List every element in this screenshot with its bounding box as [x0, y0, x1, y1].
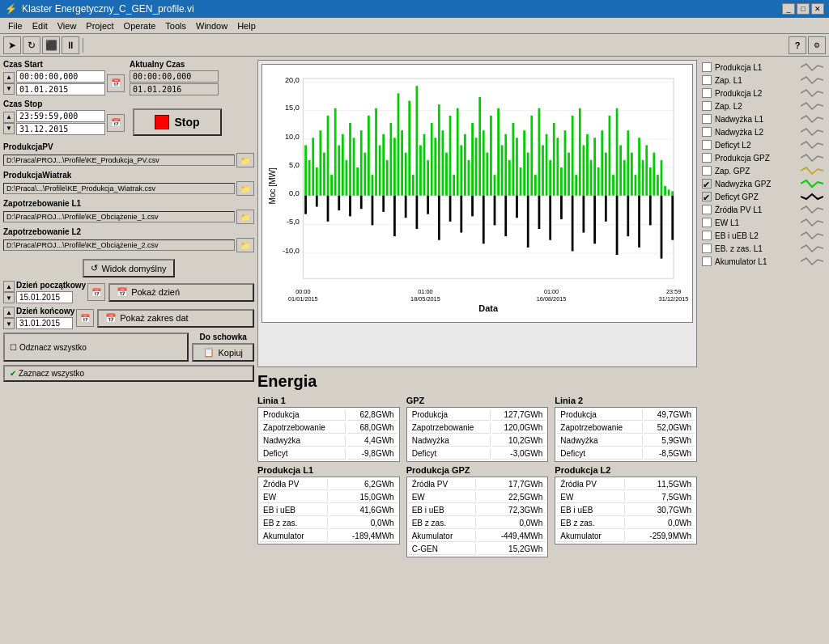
- legend-check-deficyt-gpz[interactable]: ✔: [702, 192, 712, 201]
- dzien-koncowy-calendar-button[interactable]: 📅: [76, 309, 94, 327]
- dzien-end-up[interactable]: ▲: [3, 307, 15, 318]
- pause-button[interactable]: ⏸: [62, 36, 79, 54]
- legend-check-zrodla-pv-l1[interactable]: [702, 205, 712, 214]
- czas-start-block: Czas Start ▲ ▼ 00:00:00,000 01.01.2015 📅: [3, 60, 125, 95]
- odznacz-icon: ☐: [10, 343, 17, 352]
- dzien-start-down[interactable]: ▼: [3, 292, 15, 303]
- dzien-start-up[interactable]: ▲: [3, 281, 15, 292]
- czas-start-time-input[interactable]: 00:00:00,000: [16, 70, 105, 83]
- linia1-deficyt-label: Deficyt: [260, 448, 346, 460]
- legend-check-zap-l2[interactable]: [702, 101, 712, 111]
- svg-rect-159: [661, 196, 663, 259]
- help-button[interactable]: ?: [789, 36, 806, 54]
- legend-check-nadwyzka-l2[interactable]: [702, 127, 712, 137]
- svg-rect-127: [304, 196, 307, 214]
- produkcja-l2-col: Produkcja L2 Źródła PV11,5GWh EW7,5GWh E…: [555, 465, 697, 557]
- svg-rect-144: [494, 196, 496, 226]
- svg-text:01/01/2015: 01/01/2015: [288, 295, 318, 303]
- svg-rect-113: [623, 160, 626, 196]
- legend-check-nadwyzka-l1[interactable]: [702, 114, 712, 124]
- stop-abort-button[interactable]: ⬛: [42, 36, 60, 54]
- svg-rect-135: [393, 196, 396, 236]
- menu-project[interactable]: Project: [81, 20, 118, 32]
- menu-file[interactable]: File: [3, 20, 28, 32]
- svg-rect-116: [635, 175, 637, 196]
- menu-edit[interactable]: Edit: [28, 20, 53, 32]
- dzien-poczatkowy-calendar-button[interactable]: 📅: [87, 283, 105, 301]
- legend-check-nadwyzka-gpz[interactable]: ✔: [702, 179, 712, 189]
- legend-check-produkcja-l1[interactable]: [702, 62, 712, 72]
- legend-akumulator-l1: Akumulator L1: [702, 256, 824, 267]
- energy-tables-bottom: Produkcja L1 Źródła PV6,2GWh EW15,0GWh E…: [257, 465, 697, 557]
- context-help-button[interactable]: ⚙: [808, 36, 826, 54]
- main-chart: 20,0 15,0 10,0 5,0 0,0 -5,0 -10,0 Mo: [261, 64, 693, 323]
- svg-rect-104: [590, 160, 593, 196]
- produkcja-wiatrak-browse-button[interactable]: 📁: [236, 181, 254, 196]
- run-arrow-button[interactable]: ➤: [3, 36, 21, 54]
- czas-stop-time-input[interactable]: 23:59:59,000: [16, 110, 105, 122]
- legend-check-ew-l1[interactable]: [702, 218, 712, 227]
- zapotrzebowanie-l1-browse-button[interactable]: 📁: [236, 210, 254, 224]
- table-row: Produkcja 62,8GWh: [260, 409, 397, 421]
- legend-check-zap-gpz[interactable]: [702, 166, 712, 176]
- czas-start-down[interactable]: ▼: [3, 83, 15, 95]
- maximize-button[interactable]: □: [797, 3, 810, 15]
- legend-check-deficyt-l2[interactable]: [702, 140, 712, 150]
- czas-stop-date-input[interactable]: 31.12.2015: [16, 123, 105, 135]
- svg-rect-139: [438, 196, 440, 240]
- pokaz-zakres-button[interactable]: 📅 Pokaż zakres dat: [97, 309, 254, 328]
- czas-start-up[interactable]: ▲: [3, 72, 15, 83]
- svg-text:5,0: 5,0: [289, 161, 300, 169]
- svg-rect-49: [386, 160, 389, 196]
- kopiuj-button[interactable]: 📋 Kopiuj: [192, 343, 254, 362]
- menu-operate[interactable]: Operate: [119, 20, 161, 32]
- widok-domyslny-button[interactable]: ↺ Widok domyślny: [83, 259, 174, 278]
- zaznacz-row: ✔ Zaznacz wszystko: [3, 365, 254, 382]
- czas-stop-block: Czas Stop ▲ ▼ 23:59:59,000 31.12.2015 📅: [3, 100, 125, 135]
- zapotrzebowanie-l2-browse-button[interactable]: 📁: [236, 238, 254, 252]
- minimize-button[interactable]: _: [782, 3, 795, 15]
- stop-label: Stop: [174, 116, 199, 129]
- svg-rect-133: [372, 196, 374, 226]
- svg-rect-79: [497, 108, 500, 196]
- legend-check-eb-ueb-l2[interactable]: [702, 231, 712, 240]
- produkcja-pv-browse-button[interactable]: 📁: [236, 153, 254, 167]
- legend-eb-ueb-l2: EB i uEB L2: [702, 230, 824, 241]
- menu-help[interactable]: Help: [232, 20, 261, 32]
- run-continuous-button[interactable]: ↻: [23, 36, 40, 54]
- dzien-end-down[interactable]: ▼: [3, 318, 15, 329]
- svg-rect-58: [419, 145, 422, 195]
- svg-text:15,0: 15,0: [285, 104, 300, 112]
- czas-start-date-input[interactable]: 01.01.2015: [16, 83, 105, 95]
- svg-rect-86: [523, 130, 525, 196]
- dzien-poczatkowy-input[interactable]: 15.01.2015: [16, 291, 73, 303]
- svg-rect-149: [549, 196, 551, 240]
- odznacz-wszystko-button[interactable]: ☐ Odznacz wszystko: [3, 333, 189, 362]
- svg-rect-111: [616, 108, 619, 196]
- close-button[interactable]: ✕: [811, 3, 824, 15]
- legend-label-zap-l1: Zap. L1: [715, 76, 797, 85]
- czas-stop-up[interactable]: ▲: [3, 112, 15, 123]
- legend-check-produkcja-l2[interactable]: [702, 88, 712, 98]
- menu-view[interactable]: View: [53, 20, 82, 32]
- table-row: EB z zas.0,0Wh: [260, 518, 397, 529]
- czas-stop-calendar-button[interactable]: 📅: [107, 114, 125, 132]
- legend-check-akumulator-l1[interactable]: [702, 256, 712, 266]
- table-row: Akumulator-259,9MWh: [557, 531, 695, 542]
- menu-tools[interactable]: Tools: [160, 20, 191, 32]
- pokaz-zakres-label: Pokaż zakres dat: [120, 313, 188, 323]
- stop-button[interactable]: Stop: [133, 108, 222, 136]
- svg-rect-88: [530, 116, 533, 196]
- svg-rect-64: [442, 130, 444, 196]
- svg-rect-35: [334, 108, 337, 196]
- pokaz-dzien-button[interactable]: 📅 Pokaż dzień: [108, 283, 254, 302]
- dzien-koncowy-input[interactable]: 31.01.2015: [16, 317, 73, 329]
- legend-check-zap-l1[interactable]: [702, 75, 712, 85]
- legend-check-eb-zas-l1[interactable]: [702, 244, 712, 253]
- czas-start-calendar-button[interactable]: 📅: [107, 74, 125, 92]
- zaznacz-wszystko-button[interactable]: ✔ Zaznacz wszystko: [3, 365, 254, 382]
- czas-stop-down[interactable]: ▼: [3, 123, 15, 134]
- legend-label-nadwyzka-l2: Nadwyżka L2: [715, 128, 797, 137]
- legend-check-produkcja-gpz[interactable]: [702, 153, 712, 163]
- menu-window[interactable]: Window: [191, 20, 232, 32]
